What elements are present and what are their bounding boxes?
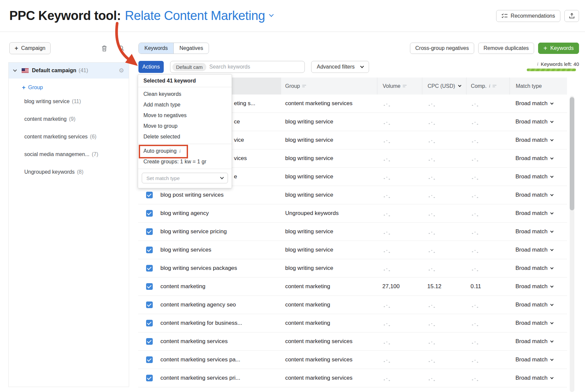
no-data-dots: [384, 232, 390, 234]
keyword-search-box[interactable]: Default cam: [170, 61, 305, 73]
comp-cell: [466, 173, 509, 180]
volume-cell: [377, 338, 422, 345]
sidebar-group-content-marketing-services[interactable]: content marketing services (6): [9, 128, 129, 145]
no-data-dots: [384, 342, 390, 343]
campaign-name: Default campaign: [32, 68, 76, 74]
cross-group-negatives-button[interactable]: Cross-group negatives: [410, 43, 474, 54]
chevron-down-icon[interactable]: [269, 12, 274, 17]
set-match-type-select[interactable]: Set match type: [142, 173, 228, 183]
row-checkbox-checked[interactable]: [146, 265, 153, 272]
match-type-dropdown[interactable]: Broad match: [515, 283, 567, 290]
match-type-dropdown[interactable]: Broad match: [515, 320, 567, 326]
no-data-dots: [384, 251, 390, 252]
header-group[interactable]: Group: [281, 78, 377, 95]
advanced-filters-button[interactable]: Advanced filters: [311, 61, 369, 73]
row-checkbox-checked[interactable]: [146, 210, 153, 217]
menu-item-clean-keywords[interactable]: Clean keywords: [138, 89, 232, 99]
no-data-dots: [384, 214, 390, 215]
group-cell: content marketing services: [281, 100, 377, 107]
header-actions: Recommendations: [496, 10, 579, 22]
chevron-down-icon: [550, 321, 554, 324]
menu-item-auto-grouping[interactable]: Auto grouping i: [138, 146, 232, 156]
row-checkbox-checked[interactable]: [146, 283, 153, 290]
row-checkbox-checked[interactable]: [146, 320, 153, 326]
keyword-cell: content marketing: [160, 283, 281, 290]
match-type-dropdown[interactable]: Broad match: [515, 375, 567, 381]
menu-item-delete-selected[interactable]: Delete selected: [138, 131, 232, 142]
sidebar-group-blog-writing-service[interactable]: blog writing service (11): [9, 93, 129, 110]
campaign-title-dropdown[interactable]: Relate Content Marketing: [125, 9, 265, 23]
match-type-dropdown[interactable]: Broad match: [515, 137, 567, 143]
no-data-dots: [384, 269, 390, 270]
comp-cell: [466, 301, 509, 308]
remove-duplicates-button[interactable]: Remove duplicates: [478, 43, 534, 54]
menu-item-add-match-type[interactable]: Add match type: [138, 99, 232, 110]
match-type-dropdown[interactable]: Broad match: [515, 155, 567, 162]
cpc-cell: [422, 320, 466, 326]
comp-cell: [466, 375, 509, 381]
match-type-dropdown[interactable]: Broad match: [515, 301, 567, 308]
add-group-button[interactable]: + Group: [22, 85, 43, 91]
campaign-row-default[interactable]: Default campaign (41) ⚙: [9, 63, 129, 79]
chevron-down-icon: [220, 175, 224, 179]
group-count: (9): [69, 116, 76, 122]
add-campaign-button[interactable]: + Campaign: [9, 42, 51, 54]
group-cell: blog writing service: [281, 118, 377, 125]
volume-cell: 27,100: [377, 283, 422, 290]
volume-cell: [377, 173, 422, 180]
header-cpc[interactable]: CPC (USD): [422, 78, 466, 95]
search-input[interactable]: [209, 64, 301, 70]
group-cell: blog writing service: [281, 228, 377, 235]
row-checkbox-checked[interactable]: [146, 375, 153, 381]
no-data-dots: [472, 214, 478, 215]
row-checkbox-checked[interactable]: [146, 192, 153, 198]
no-data-dots: [384, 305, 390, 307]
match-type-dropdown[interactable]: Broad match: [515, 118, 567, 125]
chevron-down-icon: [360, 64, 364, 68]
row-checkbox-checked[interactable]: [146, 338, 153, 345]
row-checkbox-checked[interactable]: [146, 356, 153, 363]
sidebar-group-content-marketing[interactable]: content marketing (9): [9, 110, 129, 128]
menu-item-move-to-negatives[interactable]: Move to negatives: [138, 110, 232, 121]
add-keywords-button[interactable]: + Keywords: [538, 43, 579, 54]
sidebar-group-social-media-management[interactable]: social media managemen... (7): [9, 145, 129, 163]
match-type-dropdown[interactable]: Broad match: [515, 356, 567, 363]
table-scrollbar-track[interactable]: [570, 96, 574, 392]
row-checkbox-checked[interactable]: [146, 228, 153, 235]
no-data-dots: [384, 122, 390, 124]
header-comp[interactable]: Comp. i: [466, 78, 509, 95]
cpc-cell: [422, 228, 466, 235]
recommendations-button[interactable]: Recommendations: [496, 10, 560, 22]
sidebar-group-ungrouped-keywords[interactable]: Ungrouped keywords (8): [9, 163, 129, 181]
gear-icon[interactable]: ⚙: [119, 68, 124, 74]
match-type-dropdown[interactable]: Broad match: [515, 192, 567, 198]
table-scrollbar-thumb[interactable]: [570, 97, 574, 210]
search-icon[interactable]: [116, 43, 126, 53]
match-type-dropdown[interactable]: Broad match: [515, 210, 567, 217]
tab-negatives[interactable]: Negatives: [173, 43, 209, 54]
match-type-dropdown[interactable]: Broad match: [515, 228, 567, 235]
trash-icon[interactable]: [99, 43, 109, 53]
match-type-dropdown[interactable]: Broad match: [515, 265, 567, 272]
group-cell: content marketing services: [281, 338, 377, 345]
table-row: content marketing content marketing 27,1…: [138, 278, 567, 296]
menu-item-create-groups[interactable]: Create groups: 1 kw = 1 gr: [138, 156, 232, 167]
header-volume[interactable]: Volume: [377, 78, 422, 95]
match-type-dropdown[interactable]: Broad match: [515, 247, 567, 253]
match-type-dropdown[interactable]: Broad match: [515, 338, 567, 345]
no-data-dots: [429, 159, 435, 160]
match-type-dropdown[interactable]: Broad match: [515, 100, 567, 107]
chevron-down-icon[interactable]: [13, 68, 17, 72]
row-checkbox-checked[interactable]: [146, 301, 153, 308]
no-data-dots: [384, 177, 390, 179]
menu-item-move-to-group[interactable]: Move to group: [138, 121, 232, 131]
match-type-dropdown[interactable]: Broad match: [515, 173, 567, 180]
export-button[interactable]: [564, 10, 579, 22]
row-checkbox-checked[interactable]: [146, 247, 153, 253]
no-data-dots: [429, 379, 435, 380]
tab-keywords[interactable]: Keywords: [139, 43, 173, 54]
volume-cell: [377, 301, 422, 308]
campaign-filter-chip[interactable]: Default cam: [172, 63, 206, 71]
sort-desc-icon: [458, 84, 461, 87]
actions-button[interactable]: Actions: [138, 61, 164, 73]
